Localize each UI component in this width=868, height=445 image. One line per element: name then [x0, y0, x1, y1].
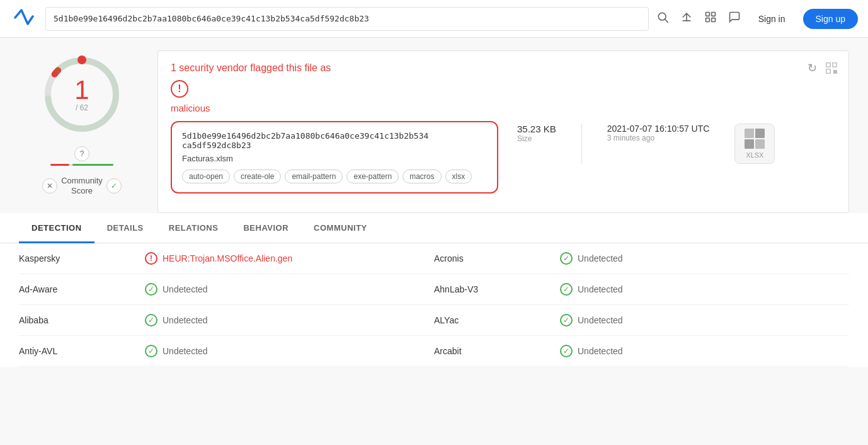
score-total: / 62	[74, 103, 89, 112]
svg-rect-14	[834, 71, 835, 72]
community-like-button[interactable]: ✓	[106, 178, 122, 194]
qr-icon[interactable]	[825, 61, 838, 77]
tab-details[interactable]: DETAILS	[94, 213, 156, 243]
undetected-result: Undetected	[163, 284, 208, 294]
file-tag: exe-pattern	[346, 170, 399, 183]
tab-community[interactable]: COMMUNITY	[301, 213, 380, 243]
meta-separator	[581, 124, 582, 164]
community-dislike-button[interactable]: ✕	[42, 178, 57, 194]
table-row: Kaspersky!HEUR:Trojan.MSOffice.Alien.gen…	[19, 243, 849, 274]
ok-icon: ✓	[560, 252, 573, 265]
tabs-section: DETECTIONDETAILSRELATIONSBEHAVIORCOMMUNI…	[0, 213, 868, 367]
svg-rect-17	[835, 72, 837, 73]
detection-table: Kaspersky!HEUR:Trojan.MSOffice.Alien.gen…	[0, 243, 868, 367]
table-row: Antiy-AVL✓UndetectedArcabit✓Undetected	[19, 336, 849, 367]
logo[interactable]	[10, 4, 38, 33]
detection-result: ✓Undetected	[145, 314, 434, 327]
detection-result: !HEUR:Trojan.MSOffice.Alien.gen	[145, 252, 434, 265]
file-tag: auto-open	[182, 170, 230, 183]
detection-result: ✓Undetected	[560, 314, 849, 327]
upload-icon[interactable]	[680, 11, 693, 26]
hash-input[interactable]: 5d1b0e99e16496d2bc2b7aa1080bc646a0ce39c4…	[45, 7, 649, 31]
warning-icon: !	[171, 80, 188, 98]
community-score-label: CommunityScore	[61, 176, 103, 195]
file-date-value: 2021-07-07 16:10:57 UTC	[607, 124, 710, 134]
ok-icon: ✓	[145, 345, 157, 357]
file-size-block: 35.23 KB Size	[517, 124, 556, 143]
detection-result: ✓Undetected	[145, 283, 434, 296]
vendor-name: Antiy-AVL	[19, 346, 145, 356]
vendor-name: Kaspersky	[19, 253, 145, 263]
gauge-dot	[77, 55, 86, 64]
undetected-result: Undetected	[578, 315, 623, 325]
detection-result: ✓Undetected	[560, 252, 849, 265]
undetected-result: Undetected	[163, 346, 208, 356]
sign-up-button[interactable]: Sign up	[803, 9, 858, 29]
vendor-name: AhnLab-V3	[434, 284, 560, 294]
score-number: 1	[74, 77, 89, 103]
ok-icon: ✓	[560, 283, 573, 296]
search-icon[interactable]	[656, 11, 669, 26]
tab-relations[interactable]: RELATIONS	[156, 213, 231, 243]
file-tag: email-pattern	[285, 170, 343, 183]
vendor-name: Acronis	[434, 253, 560, 263]
vendor-name: Alibaba	[19, 315, 145, 325]
ok-icon: ✓	[560, 314, 573, 327]
svg-rect-11	[826, 63, 830, 67]
vendor-name: Ad-Aware	[19, 284, 145, 294]
community-bar	[50, 164, 113, 166]
file-meta: 35.23 KB Size 2021-07-07 16:10:57 UTC 3 …	[517, 121, 775, 164]
score-panel: 1 / 62 ? ✕ CommunityScore ✓	[19, 50, 145, 195]
file-hash: 5d1b0e99e16496d2bc2b7aa1080bc646a0ce39c4…	[182, 131, 487, 150]
file-date-sub: 3 minutes ago	[607, 134, 710, 142]
warning-icon: !	[145, 252, 157, 265]
tabs-bar: DETECTIONDETAILSRELATIONSBEHAVIORCOMMUNI…	[0, 213, 868, 243]
svg-rect-13	[826, 69, 830, 73]
gauge: 1 / 62	[38, 50, 126, 139]
detection-result: ✓Undetected	[560, 283, 849, 296]
grid-icon[interactable]	[704, 11, 717, 26]
file-tag: macros	[403, 170, 441, 183]
malicious-label: malicious	[171, 103, 836, 113]
undetected-result: Undetected	[578, 284, 623, 294]
vendor-name: Arcabit	[434, 346, 560, 356]
svg-rect-5	[711, 13, 715, 16]
community-score-row: ✕ CommunityScore ✓	[42, 176, 122, 195]
header: 5d1b0e99e16496d2bc2b7aa1080bc646a0ce39c4…	[0, 0, 868, 38]
svg-rect-7	[711, 18, 715, 22]
ok-icon: ✓	[560, 345, 573, 357]
file-size-label: Size	[517, 134, 556, 143]
comment-icon[interactable]	[728, 11, 741, 26]
refresh-icon[interactable]: ↻	[808, 61, 817, 77]
vendor-name: ALYac	[434, 315, 560, 325]
ok-icon: ✓	[145, 314, 157, 327]
sign-in-button[interactable]: Sign in	[752, 10, 792, 28]
table-row: Alibaba✓UndetectedALYac✓Undetected	[19, 305, 849, 336]
svg-rect-16	[834, 72, 835, 73]
detection-result: ✓Undetected	[145, 345, 434, 357]
file-tag: xlsx	[445, 170, 472, 183]
undetected-result: Undetected	[578, 346, 623, 356]
header-icons: Sign in Sign up	[656, 9, 858, 29]
svg-rect-6	[705, 18, 709, 22]
svg-line-2	[665, 20, 668, 23]
tab-behavior[interactable]: BEHAVIOR	[231, 213, 301, 243]
community-score-section: ? ✕ CommunityScore ✓	[42, 146, 122, 195]
tab-detection[interactable]: DETECTION	[19, 213, 94, 243]
ok-icon: ✓	[145, 283, 157, 296]
detection-result: ✓Undetected	[560, 345, 849, 357]
tags-row: auto-opencreate-oleemail-patternexe-patt…	[182, 170, 487, 183]
flagged-text: 1 security vendor flagged this file as	[171, 62, 836, 74]
file-info-card: ↻ 1 security vendor flagged this fi	[157, 50, 849, 213]
svg-rect-4	[705, 13, 709, 16]
file-type-label: XLSX	[746, 151, 763, 159]
file-meta-row: 35.23 KB Size 2021-07-07 16:10:57 UTC 3 …	[517, 124, 775, 164]
undetected-result: Undetected	[578, 253, 623, 263]
file-name: Facturas.xlsm	[182, 154, 487, 163]
info-row: 5d1b0e99e16496d2bc2b7aa1080bc646a0ce39c4…	[171, 121, 836, 201]
svg-rect-12	[833, 63, 837, 67]
file-tag: create-ole	[234, 170, 281, 183]
svg-rect-15	[835, 71, 837, 72]
card-top-icons: ↻	[808, 61, 838, 77]
undetected-result: Undetected	[163, 315, 208, 325]
